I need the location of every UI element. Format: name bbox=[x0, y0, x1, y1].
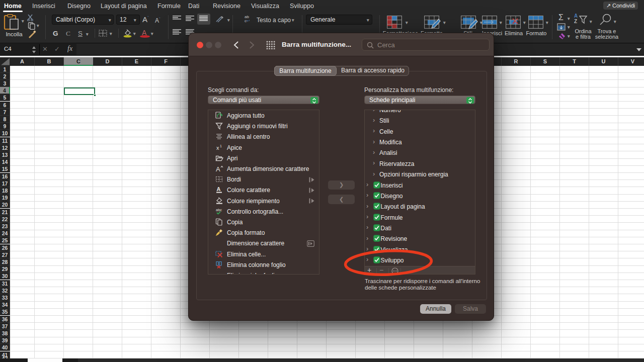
svg-text:1: 1 bbox=[220, 144, 222, 148]
svg-text:x: x bbox=[216, 145, 219, 151]
svg-text:A: A bbox=[217, 186, 221, 192]
svg-text:A: A bbox=[216, 165, 220, 172]
svg-text:abc: abc bbox=[216, 208, 222, 212]
